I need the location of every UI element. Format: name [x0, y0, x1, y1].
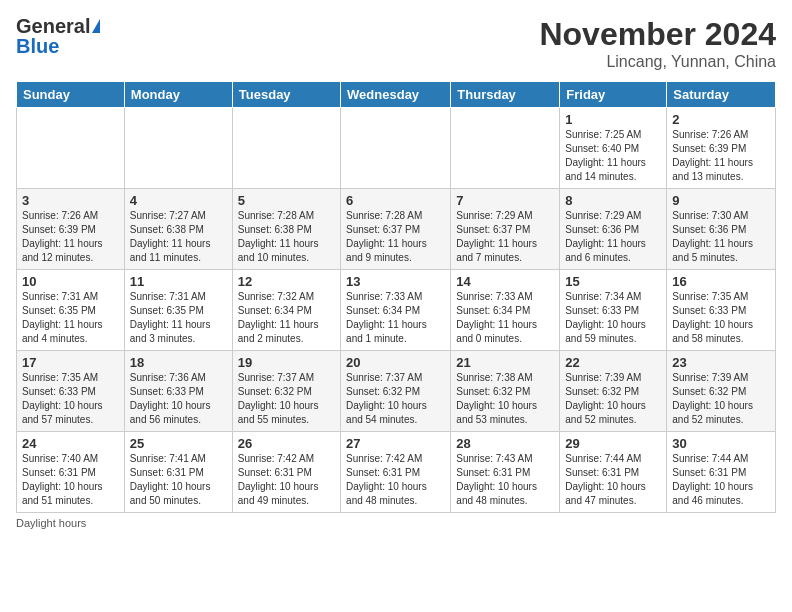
calendar-cell	[451, 108, 560, 189]
day-number: 22	[565, 355, 661, 370]
calendar-cell: 1Sunrise: 7:25 AM Sunset: 6:40 PM Daylig…	[560, 108, 667, 189]
day-info: Sunrise: 7:26 AM Sunset: 6:39 PM Dayligh…	[22, 209, 119, 265]
day-info: Sunrise: 7:39 AM Sunset: 6:32 PM Dayligh…	[672, 371, 770, 427]
day-info: Sunrise: 7:33 AM Sunset: 6:34 PM Dayligh…	[456, 290, 554, 346]
day-info: Sunrise: 7:39 AM Sunset: 6:32 PM Dayligh…	[565, 371, 661, 427]
day-info: Sunrise: 7:42 AM Sunset: 6:31 PM Dayligh…	[238, 452, 335, 508]
day-info: Sunrise: 7:38 AM Sunset: 6:32 PM Dayligh…	[456, 371, 554, 427]
day-info: Sunrise: 7:44 AM Sunset: 6:31 PM Dayligh…	[672, 452, 770, 508]
calendar-cell: 7Sunrise: 7:29 AM Sunset: 6:37 PM Daylig…	[451, 189, 560, 270]
calendar-cell	[341, 108, 451, 189]
calendar-week-row: 24Sunrise: 7:40 AM Sunset: 6:31 PM Dayli…	[17, 432, 776, 513]
calendar-cell: 3Sunrise: 7:26 AM Sunset: 6:39 PM Daylig…	[17, 189, 125, 270]
day-info: Sunrise: 7:42 AM Sunset: 6:31 PM Dayligh…	[346, 452, 445, 508]
calendar-week-row: 17Sunrise: 7:35 AM Sunset: 6:33 PM Dayli…	[17, 351, 776, 432]
day-info: Sunrise: 7:28 AM Sunset: 6:37 PM Dayligh…	[346, 209, 445, 265]
day-number: 23	[672, 355, 770, 370]
day-number: 2	[672, 112, 770, 127]
day-info: Sunrise: 7:37 AM Sunset: 6:32 PM Dayligh…	[346, 371, 445, 427]
day-number: 6	[346, 193, 445, 208]
day-number: 18	[130, 355, 227, 370]
calendar-cell: 4Sunrise: 7:27 AM Sunset: 6:38 PM Daylig…	[124, 189, 232, 270]
calendar-page: General Blue November 2024 Lincang, Yunn…	[0, 0, 792, 539]
day-info: Sunrise: 7:43 AM Sunset: 6:31 PM Dayligh…	[456, 452, 554, 508]
calendar-cell: 28Sunrise: 7:43 AM Sunset: 6:31 PM Dayli…	[451, 432, 560, 513]
calendar-week-row: 3Sunrise: 7:26 AM Sunset: 6:39 PM Daylig…	[17, 189, 776, 270]
calendar-cell: 24Sunrise: 7:40 AM Sunset: 6:31 PM Dayli…	[17, 432, 125, 513]
day-number: 3	[22, 193, 119, 208]
title-block: November 2024 Lincang, Yunnan, China	[539, 16, 776, 71]
calendar-cell: 17Sunrise: 7:35 AM Sunset: 6:33 PM Dayli…	[17, 351, 125, 432]
calendar-cell: 16Sunrise: 7:35 AM Sunset: 6:33 PM Dayli…	[667, 270, 776, 351]
day-number: 29	[565, 436, 661, 451]
calendar-cell: 13Sunrise: 7:33 AM Sunset: 6:34 PM Dayli…	[341, 270, 451, 351]
day-info: Sunrise: 7:31 AM Sunset: 6:35 PM Dayligh…	[130, 290, 227, 346]
calendar-cell: 21Sunrise: 7:38 AM Sunset: 6:32 PM Dayli…	[451, 351, 560, 432]
calendar-cell: 10Sunrise: 7:31 AM Sunset: 6:35 PM Dayli…	[17, 270, 125, 351]
calendar-cell: 8Sunrise: 7:29 AM Sunset: 6:36 PM Daylig…	[560, 189, 667, 270]
calendar-cell	[124, 108, 232, 189]
day-number: 4	[130, 193, 227, 208]
day-number: 9	[672, 193, 770, 208]
calendar-day-header: Friday	[560, 82, 667, 108]
day-info: Sunrise: 7:32 AM Sunset: 6:34 PM Dayligh…	[238, 290, 335, 346]
logo: General Blue	[16, 16, 100, 56]
day-info: Sunrise: 7:35 AM Sunset: 6:33 PM Dayligh…	[22, 371, 119, 427]
day-number: 11	[130, 274, 227, 289]
day-number: 7	[456, 193, 554, 208]
day-number: 14	[456, 274, 554, 289]
calendar-day-header: Wednesday	[341, 82, 451, 108]
day-number: 13	[346, 274, 445, 289]
calendar-table: SundayMondayTuesdayWednesdayThursdayFrid…	[16, 81, 776, 513]
calendar-cell: 30Sunrise: 7:44 AM Sunset: 6:31 PM Dayli…	[667, 432, 776, 513]
calendar-cell: 5Sunrise: 7:28 AM Sunset: 6:38 PM Daylig…	[232, 189, 340, 270]
day-number: 28	[456, 436, 554, 451]
day-info: Sunrise: 7:26 AM Sunset: 6:39 PM Dayligh…	[672, 128, 770, 184]
day-number: 27	[346, 436, 445, 451]
calendar-cell: 25Sunrise: 7:41 AM Sunset: 6:31 PM Dayli…	[124, 432, 232, 513]
day-number: 12	[238, 274, 335, 289]
day-number: 5	[238, 193, 335, 208]
day-number: 30	[672, 436, 770, 451]
calendar-cell: 14Sunrise: 7:33 AM Sunset: 6:34 PM Dayli…	[451, 270, 560, 351]
day-info: Sunrise: 7:44 AM Sunset: 6:31 PM Dayligh…	[565, 452, 661, 508]
day-info: Sunrise: 7:34 AM Sunset: 6:33 PM Dayligh…	[565, 290, 661, 346]
day-info: Sunrise: 7:40 AM Sunset: 6:31 PM Dayligh…	[22, 452, 119, 508]
calendar-week-row: 1Sunrise: 7:25 AM Sunset: 6:40 PM Daylig…	[17, 108, 776, 189]
day-info: Sunrise: 7:30 AM Sunset: 6:36 PM Dayligh…	[672, 209, 770, 265]
calendar-day-header: Sunday	[17, 82, 125, 108]
calendar-header-row: SundayMondayTuesdayWednesdayThursdayFrid…	[17, 82, 776, 108]
logo-blue-text: Blue	[16, 36, 59, 56]
calendar-cell: 9Sunrise: 7:30 AM Sunset: 6:36 PM Daylig…	[667, 189, 776, 270]
calendar-title: November 2024	[539, 16, 776, 53]
calendar-cell: 26Sunrise: 7:42 AM Sunset: 6:31 PM Dayli…	[232, 432, 340, 513]
calendar-cell	[232, 108, 340, 189]
day-info: Sunrise: 7:29 AM Sunset: 6:37 PM Dayligh…	[456, 209, 554, 265]
logo-general-text: General	[16, 16, 90, 36]
day-number: 26	[238, 436, 335, 451]
calendar-day-header: Saturday	[667, 82, 776, 108]
day-info: Sunrise: 7:37 AM Sunset: 6:32 PM Dayligh…	[238, 371, 335, 427]
day-info: Sunrise: 7:28 AM Sunset: 6:38 PM Dayligh…	[238, 209, 335, 265]
day-number: 20	[346, 355, 445, 370]
calendar-cell	[17, 108, 125, 189]
calendar-cell: 12Sunrise: 7:32 AM Sunset: 6:34 PM Dayli…	[232, 270, 340, 351]
day-number: 25	[130, 436, 227, 451]
day-number: 15	[565, 274, 661, 289]
calendar-day-header: Monday	[124, 82, 232, 108]
calendar-day-header: Tuesday	[232, 82, 340, 108]
calendar-cell: 6Sunrise: 7:28 AM Sunset: 6:37 PM Daylig…	[341, 189, 451, 270]
calendar-cell: 2Sunrise: 7:26 AM Sunset: 6:39 PM Daylig…	[667, 108, 776, 189]
day-number: 21	[456, 355, 554, 370]
day-info: Sunrise: 7:41 AM Sunset: 6:31 PM Dayligh…	[130, 452, 227, 508]
day-number: 16	[672, 274, 770, 289]
day-info: Sunrise: 7:25 AM Sunset: 6:40 PM Dayligh…	[565, 128, 661, 184]
day-number: 10	[22, 274, 119, 289]
day-info: Sunrise: 7:35 AM Sunset: 6:33 PM Dayligh…	[672, 290, 770, 346]
calendar-footer: Daylight hours	[16, 517, 776, 529]
day-number: 8	[565, 193, 661, 208]
calendar-cell: 18Sunrise: 7:36 AM Sunset: 6:33 PM Dayli…	[124, 351, 232, 432]
calendar-cell: 20Sunrise: 7:37 AM Sunset: 6:32 PM Dayli…	[341, 351, 451, 432]
logo-triangle-icon	[92, 19, 100, 33]
calendar-cell: 15Sunrise: 7:34 AM Sunset: 6:33 PM Dayli…	[560, 270, 667, 351]
